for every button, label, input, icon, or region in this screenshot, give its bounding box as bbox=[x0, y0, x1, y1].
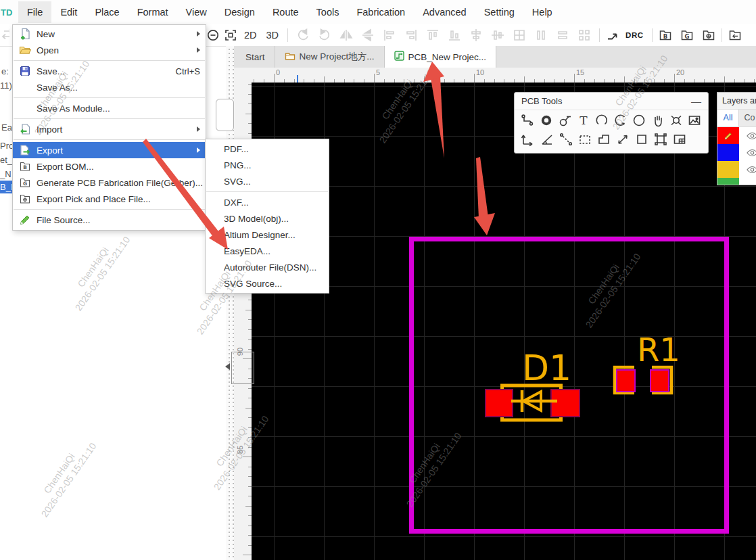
view-2d-button[interactable]: 2D bbox=[239, 30, 262, 41]
component-r1[interactable]: R1 bbox=[615, 331, 680, 393]
layer-row-top[interactable] bbox=[717, 127, 756, 144]
circle-tool-icon[interactable] bbox=[630, 111, 648, 129]
footprint-handles-tool-icon[interactable] bbox=[651, 130, 670, 148]
layers-tab-all[interactable]: All bbox=[717, 110, 738, 126]
menu-view[interactable]: View bbox=[177, 1, 216, 23]
import-changes-icon[interactable] bbox=[726, 27, 744, 43]
solid-region-tool-icon[interactable] bbox=[594, 130, 613, 148]
layer-row-top-silk[interactable] bbox=[717, 161, 756, 178]
export-bom-file-icon[interactable]: B bbox=[657, 27, 674, 43]
minimize-icon[interactable]: — bbox=[691, 98, 701, 105]
layers-tab-components[interactable]: Co bbox=[738, 110, 756, 126]
export-png-item[interactable]: PNG... bbox=[206, 157, 329, 173]
splitter-collapse-handle[interactable] bbox=[231, 352, 254, 384]
top-silk-layer-eye-icon[interactable] bbox=[739, 161, 756, 178]
menu-file[interactable]: File bbox=[18, 1, 51, 23]
menu-advanced[interactable]: Advanced bbox=[414, 1, 475, 23]
layers-panel: Layers an All Co bbox=[717, 92, 756, 185]
pad-d1-2[interactable] bbox=[551, 390, 580, 417]
export-easyeda-item[interactable]: EasyEDA... bbox=[206, 243, 329, 259]
tab-pcb-document[interactable]: PCB_New Projec... bbox=[385, 46, 497, 68]
zoom-out-icon[interactable] bbox=[204, 27, 222, 43]
export-3d-model-item[interactable]: 3D Model(obj)... bbox=[206, 210, 329, 227]
menu-help[interactable]: Help bbox=[523, 1, 561, 23]
top-silk-layer-swatch[interactable] bbox=[717, 161, 739, 178]
top-layer-swatch[interactable] bbox=[717, 127, 739, 144]
export-svg-source-item[interactable]: SVG Source... bbox=[206, 275, 329, 291]
menu-setting[interactable]: Setting bbox=[475, 1, 523, 23]
export-svg-item[interactable]: SVG... bbox=[206, 173, 329, 189]
file-menu-item-save[interactable]: Save... Ctrl+S bbox=[13, 63, 206, 79]
align-right-icon bbox=[402, 27, 420, 43]
track-tool-icon[interactable] bbox=[519, 111, 537, 129]
text-tool-icon[interactable]: T bbox=[574, 111, 592, 129]
file-menu-item-open[interactable]: Open bbox=[13, 42, 206, 58]
drag-tool-icon[interactable] bbox=[648, 111, 667, 129]
panel-text-fragment: et_ bbox=[0, 155, 12, 165]
protractor-tool-icon[interactable] bbox=[538, 130, 557, 148]
file-menu-item-export-bom[interactable]: B Export BOM... bbox=[13, 158, 206, 174]
drc-check-button[interactable]: DRC bbox=[621, 31, 647, 39]
pcb-tools-titlebar[interactable]: PCB Tools — bbox=[515, 93, 708, 110]
dimension-tool-icon[interactable] bbox=[519, 130, 538, 148]
component-d1[interactable]: D1 bbox=[486, 348, 580, 420]
hole-tool-icon[interactable] bbox=[632, 130, 651, 148]
distribute-horizontal-icon bbox=[532, 27, 550, 43]
file-menu-item-gerber[interactable]: G Generate PCB Fabrication File(Gerber).… bbox=[13, 174, 206, 191]
menu-route[interactable]: Route bbox=[264, 1, 308, 23]
menu-place[interactable]: Place bbox=[86, 1, 128, 23]
tab-new-project[interactable]: New Project地方... bbox=[275, 46, 385, 68]
image-tool-icon[interactable] bbox=[686, 111, 704, 129]
gerber-file-icon[interactable]: G bbox=[678, 27, 696, 43]
file-menu-item-new[interactable]: New bbox=[13, 26, 206, 42]
panelize-tool-icon[interactable] bbox=[670, 130, 689, 148]
route-track-icon[interactable] bbox=[604, 27, 621, 43]
pad-d1-1[interactable] bbox=[486, 390, 513, 417]
pick-and-place-file-icon[interactable] bbox=[700, 27, 717, 43]
file-menu-item-save-as[interactable]: Save As... bbox=[13, 79, 206, 95]
bottom-layer-eye-icon[interactable] bbox=[739, 144, 756, 161]
menu-divider bbox=[14, 60, 205, 61]
export-pdf-item[interactable]: PDF... bbox=[206, 141, 329, 157]
tab-start[interactable]: Start bbox=[236, 46, 275, 68]
horizontal-ruler: 05101520 bbox=[252, 68, 756, 83]
arc-tool-icon[interactable] bbox=[593, 111, 611, 129]
ruler-cursor-marker bbox=[297, 75, 298, 83]
bottom-layer-swatch[interactable] bbox=[717, 144, 739, 161]
solder-mask-tool-icon[interactable] bbox=[575, 130, 594, 148]
file-menu-item-save-as-module[interactable]: Save As Module... bbox=[13, 100, 206, 116]
export-altium-item[interactable]: Altium Designer... bbox=[206, 227, 329, 243]
canvas-attributes-tool-icon[interactable] bbox=[667, 111, 685, 129]
pad-r1-2[interactable] bbox=[651, 370, 669, 392]
layer-row-bottom-silk[interactable] bbox=[717, 178, 756, 185]
layer-row-bottom[interactable] bbox=[717, 144, 756, 161]
view-3d-button[interactable]: 3D bbox=[262, 30, 284, 41]
via-tool-icon[interactable] bbox=[556, 111, 574, 129]
file-menu-item-pick-place[interactable]: Export Pick and Place File... bbox=[13, 191, 206, 207]
menu-edit[interactable]: Edit bbox=[51, 1, 86, 23]
menu-divider bbox=[14, 139, 205, 140]
export-autorouter-item[interactable]: Autorouter File(DSN)... bbox=[206, 259, 329, 275]
menu-format[interactable]: Format bbox=[128, 1, 177, 23]
zoom-to-fit-icon[interactable] bbox=[222, 27, 239, 43]
file-menu-item-export[interactable]: Export bbox=[13, 142, 206, 158]
submenu-arrow-icon bbox=[197, 31, 200, 37]
pad-r1-1[interactable] bbox=[617, 370, 635, 392]
file-menu-item-file-source[interactable]: File Source... bbox=[13, 212, 206, 228]
menu-design[interactable]: Design bbox=[216, 1, 264, 23]
arc-any-angle-tool-icon[interactable] bbox=[611, 111, 630, 129]
auto-measure-tool-icon[interactable] bbox=[613, 130, 632, 148]
pad-tool-icon[interactable] bbox=[537, 111, 555, 129]
export-dxf-item[interactable]: DXF... bbox=[206, 194, 329, 210]
file-menu-item-import[interactable]: Import bbox=[13, 121, 206, 137]
project-folder-icon bbox=[285, 51, 296, 63]
top-layer-eye-icon[interactable] bbox=[739, 127, 756, 144]
bottom-silk-layer-eye-icon[interactable] bbox=[739, 178, 756, 185]
align-center-vertical-icon bbox=[489, 27, 506, 43]
menu-tools[interactable]: Tools bbox=[308, 1, 348, 23]
bottom-silk-layer-swatch[interactable] bbox=[717, 178, 739, 185]
measure-tool-icon[interactable] bbox=[557, 130, 575, 148]
panel-text-fragment: e: bbox=[1, 66, 9, 76]
menu-fabrication[interactable]: Fabrication bbox=[348, 1, 414, 23]
app-logo-fragment: TD bbox=[0, 7, 18, 18]
